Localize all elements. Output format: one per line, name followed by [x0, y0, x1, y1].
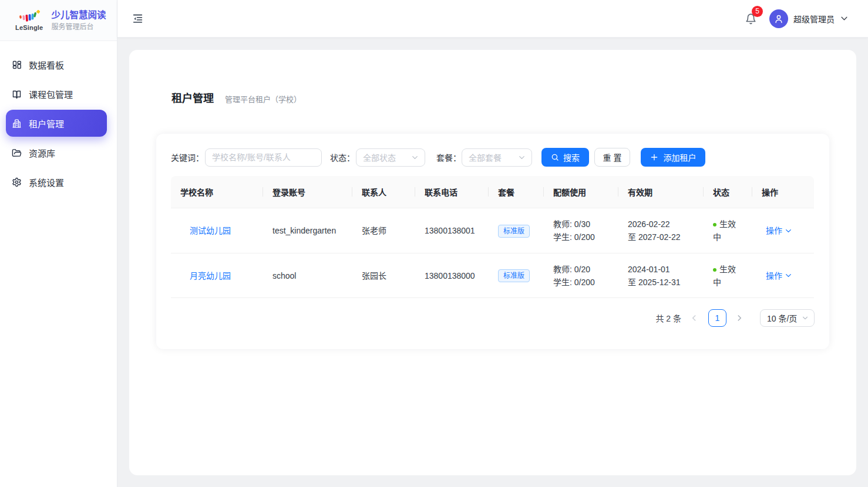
status-dot [713, 268, 716, 272]
brand-subtitle: 服务管理后台 [51, 22, 106, 32]
sidebar-item-courses[interactable]: 课程包管理 [6, 80, 107, 107]
sidebar-menu: 数据看板 课程包管理 租户管理 [0, 41, 117, 198]
plan-cell: 标准版 [489, 269, 544, 282]
app: LeSingle 少儿智慧阅读 服务管理后台 数据看板 [0, 0, 868, 487]
plan-tag: 标准版 [498, 225, 530, 238]
sidebar-item-resources[interactable]: 资源库 [6, 139, 107, 166]
brand-logo: LeSingle [15, 10, 43, 31]
keyword-label: 关键词： [171, 151, 204, 163]
pagination: 共 2 条 1 10 条/页 [171, 309, 815, 327]
table-row: 测试幼儿园 test_kindergarten 张老师 13800138001 … [171, 208, 814, 253]
chevron-down-icon [411, 154, 419, 161]
status-select[interactable]: 全部状态 [356, 148, 425, 167]
col-phone: 联系电话 [415, 186, 489, 198]
sidebar: LeSingle 少儿智慧阅读 服务管理后台 数据看板 [0, 0, 117, 487]
building-icon [12, 119, 22, 128]
validity-cell: 2024-01-01 至 2025-12-31 [618, 263, 704, 289]
validity-cell: 2026-02-22 至 2027-02-22 [618, 218, 704, 244]
plan-select-value: 全部套餐 [469, 151, 502, 163]
chevron-down-icon [785, 272, 792, 279]
reset-button[interactable]: 重 置 [594, 148, 630, 167]
page-title: 租户管理 [171, 90, 214, 107]
pagination-total: 共 2 条 [655, 312, 681, 324]
notification-bell[interactable]: 5 [745, 12, 757, 25]
page-size-select[interactable]: 10 条/页 [760, 309, 815, 327]
status-cell: 生效中 [704, 218, 752, 244]
plan-select[interactable]: 全部套餐 [462, 148, 532, 167]
prev-page-icon[interactable] [690, 314, 698, 322]
gear-icon [12, 177, 22, 187]
status-dot [713, 223, 716, 226]
notification-badge: 5 [752, 6, 763, 17]
topbar: 5 超级管理员 [117, 0, 868, 38]
user-icon [773, 13, 784, 24]
page-head: 租户管理 管理平台租户（学校） [171, 50, 829, 107]
chevron-down-icon [785, 227, 792, 235]
tenant-table: 学校名称 登录账号 联系人 联系电话 套餐 配额使用 有效期 状态 操作 测试幼… [171, 176, 814, 298]
folder-icon [12, 148, 22, 158]
dashboard-icon [12, 60, 22, 70]
chevron-down-icon [518, 154, 526, 161]
phone-cell: 13800138001 [415, 224, 489, 237]
plan-tag: 标准版 [498, 269, 530, 282]
add-tenant-button[interactable]: 添加租户 [641, 148, 705, 167]
page-card: 租户管理 管理平台租户（学校） 关键词： 状态： 全部状态 套餐： [129, 50, 856, 475]
row-actions-dropdown[interactable]: 操作 [752, 224, 814, 237]
page-number[interactable]: 1 [708, 309, 726, 327]
avatar[interactable] [769, 9, 788, 28]
row-actions-dropdown[interactable]: 操作 [752, 269, 814, 282]
topbar-right: 5 超级管理员 [745, 9, 849, 28]
school-link[interactable]: 月亮幼儿园 [171, 269, 263, 282]
sidebar-item-label: 资源库 [29, 147, 55, 159]
col-validity: 有效期 [618, 186, 704, 198]
sidebar-item-dashboard[interactable]: 数据看板 [6, 51, 107, 78]
sidebar-item-label: 课程包管理 [29, 88, 73, 100]
status-select-value: 全部状态 [363, 151, 396, 163]
quota-cell: 教师: 0/30 学生: 0/200 [544, 218, 618, 244]
col-account: 登录账号 [263, 186, 352, 198]
col-plan: 套餐 [489, 186, 544, 198]
brand-name: LeSingle [15, 24, 43, 31]
quota-cell: 教师: 0/20 学生: 0/200 [544, 263, 618, 289]
sidebar-item-tenants[interactable]: 租户管理 [6, 110, 107, 137]
plus-icon [650, 153, 658, 161]
page-size-value: 10 条/页 [767, 312, 797, 324]
collapse-sidebar-icon[interactable] [132, 13, 143, 24]
table-panel: 关键词： 状态： 全部状态 套餐： 全部套餐 [156, 134, 829, 349]
logo-bars-icon [19, 10, 40, 23]
status-cell: 生效中 [704, 263, 752, 289]
plan-cell: 标准版 [489, 224, 544, 238]
school-link[interactable]: 测试幼儿园 [171, 224, 263, 237]
sidebar-item-label: 系统设置 [29, 176, 64, 188]
phone-cell: 13800138000 [415, 269, 489, 282]
search-button[interactable]: 搜索 [541, 148, 589, 167]
col-quota: 配额使用 [544, 186, 618, 198]
sidebar-item-label: 租户管理 [29, 117, 64, 130]
table-row: 月亮幼儿园 school 张园长 13800138000 标准版 教师: 0/2… [171, 253, 814, 298]
status-label: 状态： [330, 151, 355, 163]
table-header: 学校名称 登录账号 联系人 联系电话 套餐 配额使用 有效期 状态 操作 [171, 176, 814, 208]
plan-label: 套餐： [436, 151, 461, 163]
chevron-down-icon [802, 314, 809, 322]
content: 租户管理 管理平台租户（学校） 关键词： 状态： 全部状态 套餐： [117, 38, 868, 487]
brand-title: 少儿智慧阅读 [51, 9, 106, 21]
main: 5 超级管理员 租户管理 管理平台租户（学校） [117, 0, 868, 487]
account-cell: test_kindergarten [263, 224, 352, 237]
chevron-down-icon[interactable] [840, 14, 849, 23]
contact-cell: 张园长 [352, 269, 415, 282]
search-icon [551, 153, 559, 161]
col-contact: 联系人 [352, 186, 415, 198]
filter-bar: 关键词： 状态： 全部状态 套餐： 全部套餐 [171, 148, 815, 167]
brand: LeSingle 少儿智慧阅读 服务管理后台 [0, 0, 117, 41]
sidebar-item-settings[interactable]: 系统设置 [6, 168, 107, 195]
col-school: 学校名称 [171, 186, 263, 198]
keyword-input[interactable] [205, 148, 322, 167]
sidebar-item-label: 数据看板 [29, 59, 64, 71]
contact-cell: 张老师 [352, 224, 415, 237]
next-page-icon[interactable] [735, 314, 743, 322]
page-subtitle: 管理平台租户（学校） [225, 93, 301, 104]
user-name[interactable]: 超级管理员 [793, 13, 835, 25]
col-actions: 操作 [752, 186, 814, 198]
col-status: 状态 [704, 186, 752, 198]
account-cell: school [263, 269, 352, 282]
